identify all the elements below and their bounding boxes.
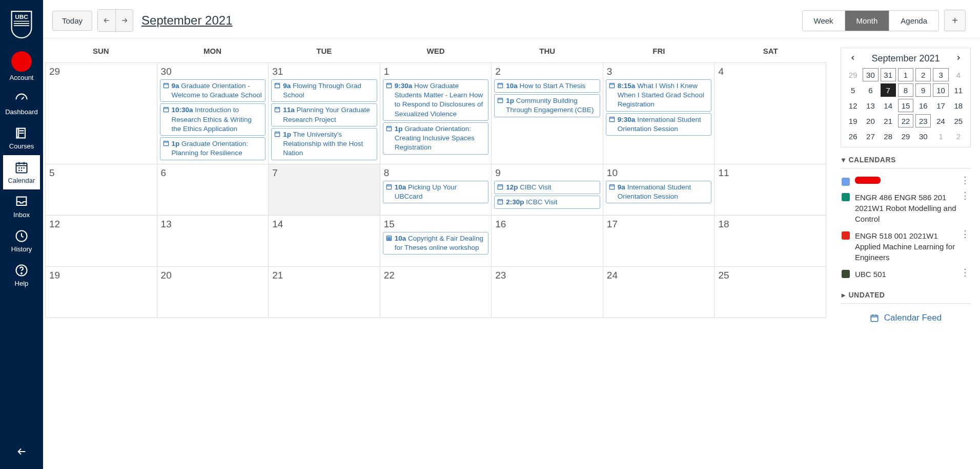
- nav-inbox[interactable]: Inbox: [3, 189, 40, 224]
- mini-next-month[interactable]: [953, 53, 964, 64]
- day-cell[interactable]: 23: [492, 267, 603, 318]
- calendar-event[interactable]: 1p Graduate Orientation: Creating Inclus…: [383, 122, 489, 155]
- calendar-event[interactable]: 1p The University's Relationship with th…: [271, 128, 377, 160]
- mini-day[interactable]: 27: [863, 130, 878, 143]
- mini-day[interactable]: 24: [933, 114, 948, 127]
- ubc-logo[interactable]: UBC: [9, 8, 34, 41]
- next-period-button[interactable]: [115, 10, 133, 31]
- mini-day[interactable]: 20: [863, 114, 878, 127]
- day-cell[interactable]: 13: [157, 216, 269, 267]
- nav-help[interactable]: Help: [3, 258, 40, 292]
- day-cell[interactable]: 319a Flowing Through Grad School11a Plan…: [269, 63, 380, 164]
- day-cell[interactable]: 5: [46, 164, 157, 216]
- day-cell[interactable]: 4: [714, 63, 826, 164]
- calendar-event[interactable]: 9a Graduate Orientation - Welcome to Gra…: [160, 79, 266, 102]
- mini-day[interactable]: 28: [881, 130, 896, 143]
- calendar-event[interactable]: 10:30a Introduction to Research Ethics &…: [160, 103, 266, 136]
- nav-courses[interactable]: Courses: [3, 121, 40, 155]
- undated-section-toggle[interactable]: ▸ UNDATED: [841, 283, 971, 304]
- day-cell[interactable]: 18: [714, 216, 826, 267]
- mini-day[interactable]: 29: [898, 130, 913, 143]
- calendar-item[interactable]: ENGR 518 001 2021W1 Applied Machine Lear…: [841, 227, 971, 266]
- day-cell[interactable]: 12: [46, 216, 157, 267]
- mini-day[interactable]: 23: [915, 114, 931, 127]
- calendars-section-toggle[interactable]: ▾ CALENDARS: [841, 147, 971, 168]
- day-cell[interactable]: 109a International Student Orientation S…: [603, 164, 715, 216]
- calendar-event[interactable]: 9:30a International Student Orientation …: [606, 113, 712, 136]
- mini-day[interactable]: 4: [951, 68, 966, 81]
- mini-day[interactable]: 19: [845, 114, 861, 127]
- mini-day[interactable]: 16: [915, 99, 931, 112]
- calendar-event[interactable]: 10a Copyright & Fair Dealing for Theses …: [383, 232, 489, 254]
- calendar-options-button[interactable]: ⋮: [961, 191, 970, 200]
- day-cell[interactable]: 16: [492, 216, 603, 267]
- mini-day[interactable]: 18: [951, 99, 966, 112]
- nav-dashboard[interactable]: Dashboard: [3, 87, 40, 121]
- view-month[interactable]: Month: [845, 11, 889, 31]
- calendar-event[interactable]: 9a Flowing Through Grad School: [271, 79, 377, 102]
- calendar-event[interactable]: 2:30p ICBC Visit: [494, 196, 600, 209]
- mini-day[interactable]: 26: [845, 130, 861, 143]
- day-cell[interactable]: 21: [269, 267, 380, 318]
- calendar-item[interactable]: ⋮: [841, 174, 971, 189]
- calendar-event[interactable]: 1p Community Building Through Engagement…: [494, 94, 600, 117]
- mini-day[interactable]: 7: [881, 83, 896, 97]
- day-cell[interactable]: 20: [157, 267, 269, 318]
- day-cell[interactable]: 38:15a What I Wish I Knew When I Started…: [603, 63, 715, 164]
- nav-calendar[interactable]: Calendar: [3, 155, 40, 189]
- calendar-event[interactable]: 11a Planning Your Graduate Research Proj…: [271, 103, 377, 126]
- day-cell[interactable]: 912p CIBC Visit2:30p ICBC Visit: [492, 164, 603, 216]
- day-cell[interactable]: 309a Graduate Orientation - Welcome to G…: [157, 63, 269, 164]
- mini-day[interactable]: 14: [881, 99, 896, 112]
- mini-day[interactable]: 5: [845, 83, 861, 97]
- calendar-options-button[interactable]: ⋮: [961, 176, 970, 185]
- view-week[interactable]: Week: [803, 11, 845, 31]
- day-cell[interactable]: 14: [269, 216, 380, 267]
- collapse-nav-button[interactable]: [0, 439, 43, 469]
- add-event-button[interactable]: +: [944, 10, 966, 31]
- mini-day[interactable]: 1: [898, 68, 913, 81]
- day-cell[interactable]: 29: [46, 63, 157, 164]
- mini-day[interactable]: 3: [933, 68, 948, 81]
- mini-day[interactable]: 2: [951, 130, 966, 143]
- day-cell[interactable]: 6: [157, 164, 269, 216]
- mini-day[interactable]: 30: [863, 68, 878, 81]
- day-cell[interactable]: 22: [380, 267, 492, 318]
- mini-day[interactable]: 1: [933, 130, 948, 143]
- mini-day[interactable]: 17: [933, 99, 948, 112]
- calendar-event[interactable]: 1p Graduate Orientation: Planning for Re…: [160, 137, 266, 160]
- day-cell[interactable]: 19:30a How Graduate Students Matter - Le…: [380, 63, 492, 164]
- day-cell[interactable]: 19: [46, 267, 157, 318]
- calendar-event[interactable]: 12p CIBC Visit: [494, 181, 600, 194]
- calendar-event[interactable]: 10a How to Start A Thesis: [494, 79, 600, 93]
- mini-day[interactable]: 11: [951, 83, 966, 97]
- calendar-options-button[interactable]: ⋮: [961, 268, 970, 277]
- calendar-item[interactable]: UBC 501⋮: [841, 266, 971, 283]
- day-cell[interactable]: 7: [269, 164, 380, 216]
- mini-day[interactable]: 30: [915, 130, 931, 143]
- mini-day[interactable]: 12: [845, 99, 861, 112]
- mini-day[interactable]: 13: [863, 99, 878, 112]
- day-cell[interactable]: 25: [714, 267, 826, 318]
- mini-day[interactable]: 21: [881, 114, 896, 127]
- mini-day[interactable]: 22: [898, 114, 913, 127]
- calendar-feed-link[interactable]: Calendar Feed: [841, 304, 971, 332]
- mini-day[interactable]: 8: [898, 83, 913, 97]
- day-cell[interactable]: 210a How to Start A Thesis1p Community B…: [492, 63, 603, 164]
- calendar-event[interactable]: 9a International Student Orientation Ses…: [606, 181, 712, 203]
- day-cell[interactable]: 17: [603, 216, 715, 267]
- today-button[interactable]: Today: [52, 11, 92, 31]
- day-cell[interactable]: 11: [714, 164, 826, 216]
- calendar-event[interactable]: 8:15a What I Wish I Knew When I Started …: [606, 79, 712, 112]
- day-cell[interactable]: 1510a Copyright & Fair Dealing for These…: [380, 216, 492, 267]
- mini-day[interactable]: 6: [863, 83, 878, 97]
- view-agenda[interactable]: Agenda: [889, 11, 938, 31]
- calendar-options-button[interactable]: ⋮: [961, 229, 970, 239]
- calendar-event[interactable]: 10a Picking Up Your UBCcard: [383, 181, 489, 203]
- mini-day[interactable]: 25: [951, 114, 966, 127]
- calendar-item[interactable]: ENGR 486 ENGR 586 201 2021W1 Robot Model…: [841, 189, 971, 227]
- mini-day[interactable]: 29: [845, 68, 861, 81]
- mini-day[interactable]: 9: [915, 83, 931, 97]
- day-cell[interactable]: 24: [603, 267, 715, 318]
- mini-day[interactable]: 2: [915, 68, 931, 81]
